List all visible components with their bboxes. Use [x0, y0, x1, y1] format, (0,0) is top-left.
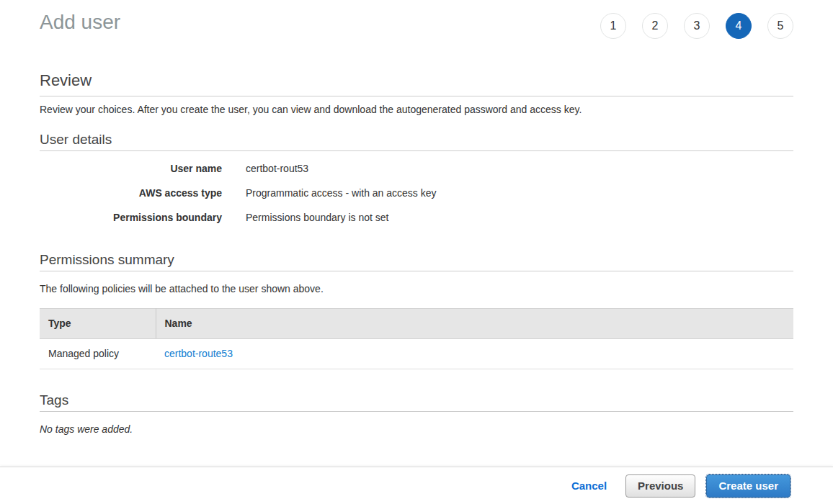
user-name-value: certbot-rout53: [246, 163, 308, 174]
permissions-boundary-value: Permissions boundary is not set: [246, 212, 388, 223]
permissions-summary-description: The following policies will be attached …: [40, 283, 793, 295]
tags-empty-message: No tags were added.: [40, 423, 793, 435]
aws-access-type-label: AWS access type: [40, 187, 222, 199]
user-name-label: User name: [40, 163, 222, 174]
step-indicator: 1 2 3 4 5: [600, 13, 793, 39]
user-name-row: User name certbot-rout53: [40, 163, 793, 174]
step-2: 2: [642, 13, 668, 39]
permissions-summary-heading: Permissions summary: [40, 252, 793, 271]
previous-button[interactable]: Previous: [625, 474, 695, 498]
wizard-header: Add user 1 2 3 4 5: [0, 0, 833, 39]
review-description: Review your choices. After you create th…: [40, 104, 793, 116]
user-details-list: User name certbot-rout53 AWS access type…: [40, 163, 793, 223]
step-4-current: 4: [726, 13, 752, 39]
policy-name-link[interactable]: certbot-route53: [164, 348, 233, 359]
column-header-type: Type: [40, 309, 156, 339]
column-header-name: Name: [156, 309, 793, 339]
table-header-row: Type Name: [40, 309, 793, 339]
step-3: 3: [684, 13, 710, 39]
step-5: 5: [767, 13, 793, 39]
wizard-content: Review Review your choices. After you cr…: [0, 72, 833, 435]
permissions-boundary-row: Permissions boundary Permissions boundar…: [40, 212, 793, 223]
review-heading: Review: [40, 72, 793, 96]
aws-access-type-row: AWS access type Programmatic access - wi…: [40, 187, 793, 199]
step-1: 1: [600, 13, 626, 39]
attached-policies-table: Type Name Managed policy certbot-route53: [40, 308, 793, 369]
cancel-link[interactable]: Cancel: [571, 480, 607, 492]
tags-heading: Tags: [40, 392, 793, 412]
user-details-heading: User details: [40, 132, 793, 151]
table-row: Managed policy certbot-route53: [40, 339, 793, 369]
page-title: Add user: [40, 10, 120, 35]
policy-name-cell: certbot-route53: [156, 339, 793, 369]
permissions-boundary-label: Permissions boundary: [40, 212, 222, 223]
add-user-wizard-page: Add user 1 2 3 4 5 Review Review your ch…: [0, 0, 833, 504]
create-user-button[interactable]: Create user: [706, 474, 790, 498]
policy-type-cell: Managed policy: [40, 339, 156, 369]
wizard-footer: Cancel Previous Create user: [0, 467, 833, 504]
aws-access-type-value: Programmatic access - with an access key: [246, 187, 437, 199]
